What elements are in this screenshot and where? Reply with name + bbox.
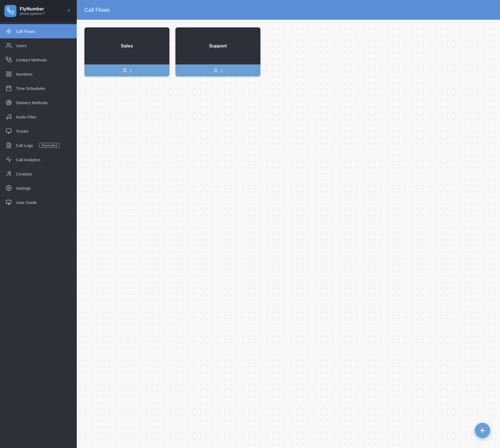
svg-rect-5 bbox=[7, 75, 8, 76]
brand-subtitle: phone.systems™ bbox=[20, 12, 45, 16]
sidebar: FlyNumber phone.systems™ Call Flows User… bbox=[0, 0, 77, 448]
sidebar-item-label-user-guide: User Guide bbox=[16, 200, 37, 205]
sidebar-collapse-button[interactable] bbox=[65, 7, 72, 15]
sidebar-item-label-delivery-methods: Delivery Methods bbox=[16, 100, 48, 105]
flow-card-footer-support: 1 bbox=[175, 64, 260, 76]
sidebar-item-label-contacts: Contacts bbox=[16, 172, 32, 176]
sidebar-item-label-users: Users bbox=[16, 43, 27, 48]
call-logs-icon bbox=[5, 142, 12, 149]
user-count-icon-support bbox=[213, 68, 218, 73]
page-title: Call Flows bbox=[84, 7, 110, 13]
sidebar-item-label-settings: Settings bbox=[16, 186, 31, 191]
flow-card-body-sales: Sales bbox=[84, 27, 169, 64]
flow-card-body-support: Support bbox=[175, 27, 260, 64]
settings-icon bbox=[5, 185, 12, 191]
svg-point-26 bbox=[124, 69, 126, 70]
svg-point-27 bbox=[215, 69, 217, 70]
sidebar-item-label-time-schedules: Time Schedules bbox=[16, 86, 45, 91]
svg-rect-21 bbox=[6, 200, 11, 204]
sidebar-item-trunks[interactable]: Trunks bbox=[0, 124, 77, 138]
svg-point-0 bbox=[8, 30, 10, 32]
sidebar-nav: Call Flows Users Contact Methods Numbers bbox=[0, 22, 77, 448]
sidebar-item-time-schedules[interactable]: Time Schedules bbox=[0, 81, 77, 95]
sidebar-item-contact-methods[interactable]: Contact Methods bbox=[0, 53, 77, 67]
content-area: Sales 1 Support bbox=[77, 20, 500, 448]
contacts-icon bbox=[5, 171, 12, 177]
flow-card-name-support: Support bbox=[209, 43, 227, 49]
sidebar-item-users[interactable]: Users bbox=[0, 38, 77, 53]
flow-card-count-support: 1 bbox=[221, 68, 223, 73]
flow-card-footer-sales: 1 bbox=[84, 64, 169, 76]
sidebar-item-label-contact-methods: Contact Methods bbox=[16, 58, 47, 62]
users-icon bbox=[5, 42, 12, 49]
sidebar-item-call-flows[interactable]: Call Flows bbox=[0, 24, 77, 38]
brand-name: FlyNumber bbox=[20, 6, 45, 12]
svg-point-20 bbox=[8, 187, 10, 189]
sidebar-item-numbers[interactable]: Numbers bbox=[0, 67, 77, 81]
sidebar-item-audio-files[interactable]: Audio Files bbox=[0, 110, 77, 124]
sidebar-item-label-call-logs: Call Logs bbox=[16, 143, 33, 148]
user-count-icon-sales bbox=[122, 68, 127, 73]
add-flow-button[interactable] bbox=[475, 423, 490, 438]
sidebar-item-contacts[interactable]: Contacts bbox=[0, 167, 77, 181]
call-analytics-icon bbox=[5, 156, 12, 163]
svg-rect-6 bbox=[9, 75, 11, 76]
sidebar-item-label-audio-files: Audio Files bbox=[16, 115, 36, 119]
contact-methods-icon bbox=[5, 56, 12, 63]
flow-card-name-sales: Sales bbox=[121, 43, 133, 49]
user-guide-icon bbox=[5, 199, 12, 206]
audio-files-icon bbox=[5, 114, 12, 120]
flow-card-count-sales: 1 bbox=[130, 68, 132, 73]
svg-rect-14 bbox=[6, 129, 11, 132]
flow-card-sales[interactable]: Sales 1 bbox=[84, 27, 169, 76]
plus-icon bbox=[479, 427, 486, 434]
sidebar-item-call-analytics[interactable]: Call Analytics bbox=[0, 152, 77, 167]
svg-rect-4 bbox=[9, 72, 11, 73]
svg-point-2 bbox=[7, 43, 9, 45]
phone-icon bbox=[7, 7, 14, 15]
deprecated-badge: Deprecated bbox=[39, 143, 60, 148]
call-flows-grid: Sales 1 Support bbox=[84, 27, 492, 76]
call-flows-icon bbox=[5, 28, 12, 35]
sidebar-item-label-call-analytics: Call Analytics bbox=[16, 157, 40, 162]
svg-point-13 bbox=[10, 117, 11, 119]
svg-point-12 bbox=[7, 118, 8, 119]
numbers-icon bbox=[5, 71, 12, 77]
brand-logo bbox=[4, 5, 16, 17]
sidebar-item-label-numbers: Numbers bbox=[16, 72, 33, 76]
flow-card-support[interactable]: Support 1 bbox=[175, 27, 260, 76]
delivery-methods-icon bbox=[5, 99, 12, 106]
brand: FlyNumber phone.systems™ bbox=[4, 5, 45, 17]
svg-rect-7 bbox=[7, 86, 11, 91]
main-content: Call Flows Sales 1 Support bbox=[77, 0, 500, 448]
sidebar-item-delivery-methods[interactable]: Delivery Methods bbox=[0, 95, 77, 110]
svg-point-19 bbox=[8, 172, 10, 174]
sidebar-item-label-trunks: Trunks bbox=[16, 129, 28, 134]
sidebar-item-call-logs[interactable]: Call Logs Deprecated bbox=[0, 138, 77, 152]
brand-text: FlyNumber phone.systems™ bbox=[20, 6, 45, 16]
sidebar-item-label-call-flows: Call Flows bbox=[16, 29, 35, 34]
time-schedules-icon bbox=[5, 85, 12, 92]
chevron-left-icon bbox=[66, 8, 71, 13]
sidebar-item-user-guide[interactable]: User Guide bbox=[0, 195, 77, 209]
sidebar-item-settings[interactable]: Settings bbox=[0, 181, 77, 195]
trunks-icon bbox=[5, 128, 12, 134]
svg-rect-3 bbox=[7, 72, 8, 73]
sidebar-header: FlyNumber phone.systems™ bbox=[0, 0, 77, 22]
topbar: Call Flows bbox=[77, 0, 500, 20]
